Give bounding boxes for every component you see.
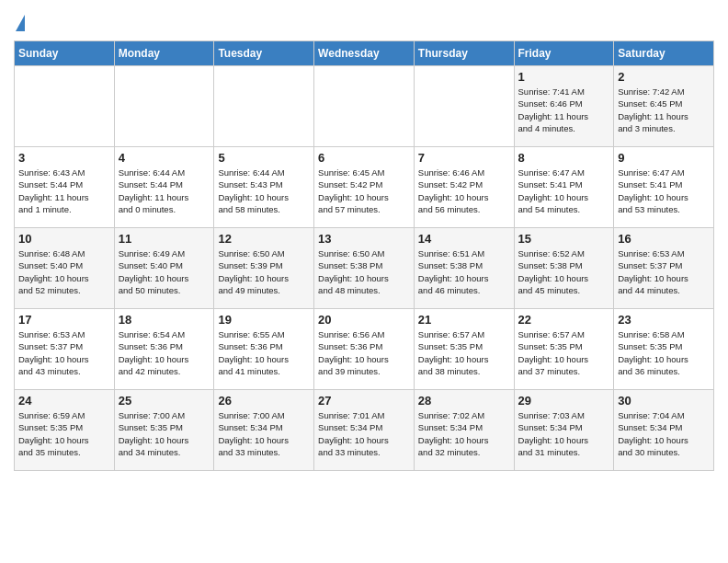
calendar-cell (15, 66, 115, 147)
calendar-cell: 6Sunrise: 6:45 AM Sunset: 5:42 PM Daylig… (314, 147, 415, 228)
day-number: 26 (218, 394, 310, 408)
calendar-cell: 19Sunrise: 6:55 AM Sunset: 5:36 PM Dayli… (214, 309, 314, 390)
calendar-cell: 2Sunrise: 7:42 AM Sunset: 6:45 PM Daylig… (614, 66, 714, 147)
day-number: 8 (518, 151, 610, 165)
week-row-1: 1Sunrise: 7:41 AM Sunset: 6:46 PM Daylig… (15, 66, 714, 147)
calendar-cell: 15Sunrise: 6:52 AM Sunset: 5:38 PM Dayli… (514, 228, 614, 309)
day-number: 23 (618, 313, 710, 327)
day-number: 15 (518, 232, 610, 246)
day-info: Sunrise: 7:41 AM Sunset: 6:46 PM Dayligh… (518, 86, 610, 134)
day-number: 14 (418, 232, 510, 246)
calendar-cell: 8Sunrise: 6:47 AM Sunset: 5:41 PM Daylig… (514, 147, 614, 228)
day-number: 6 (318, 151, 410, 165)
calendar-cell: 14Sunrise: 6:51 AM Sunset: 5:38 PM Dayli… (414, 228, 514, 309)
day-number: 11 (119, 232, 210, 246)
calendar-cell: 5Sunrise: 6:44 AM Sunset: 5:43 PM Daylig… (214, 147, 314, 228)
day-info: Sunrise: 6:53 AM Sunset: 5:37 PM Dayligh… (618, 247, 710, 296)
weekday-header-thursday: Thursday (414, 41, 514, 66)
day-number: 17 (18, 313, 110, 327)
day-number: 4 (119, 151, 210, 165)
calendar-cell: 3Sunrise: 6:43 AM Sunset: 5:44 PM Daylig… (15, 147, 115, 228)
day-info: Sunrise: 6:50 AM Sunset: 5:38 PM Dayligh… (318, 247, 410, 296)
calendar-cell: 10Sunrise: 6:48 AM Sunset: 5:40 PM Dayli… (15, 228, 115, 309)
calendar-cell: 18Sunrise: 6:54 AM Sunset: 5:36 PM Dayli… (114, 309, 214, 390)
calendar-cell: 25Sunrise: 7:00 AM Sunset: 5:35 PM Dayli… (114, 390, 214, 471)
day-info: Sunrise: 6:57 AM Sunset: 5:35 PM Dayligh… (418, 328, 510, 377)
day-number: 1 (518, 70, 610, 84)
calendar-cell: 13Sunrise: 6:50 AM Sunset: 5:38 PM Dayli… (314, 228, 415, 309)
calendar-cell: 26Sunrise: 7:00 AM Sunset: 5:34 PM Dayli… (214, 390, 314, 471)
logo-triangle-icon (16, 15, 25, 31)
day-info: Sunrise: 6:49 AM Sunset: 5:40 PM Dayligh… (119, 247, 210, 296)
day-info: Sunrise: 7:00 AM Sunset: 5:34 PM Dayligh… (218, 409, 310, 458)
day-info: Sunrise: 7:04 AM Sunset: 5:34 PM Dayligh… (618, 409, 710, 458)
calendar-cell (314, 66, 415, 147)
calendar-cell: 9Sunrise: 6:47 AM Sunset: 5:41 PM Daylig… (614, 147, 714, 228)
calendar-cell: 12Sunrise: 6:50 AM Sunset: 5:39 PM Dayli… (214, 228, 314, 309)
day-number: 28 (418, 394, 510, 408)
calendar-cell: 21Sunrise: 6:57 AM Sunset: 5:35 PM Dayli… (414, 309, 514, 390)
calendar-cell (414, 66, 514, 147)
calendar-cell: 24Sunrise: 6:59 AM Sunset: 5:35 PM Dayli… (15, 390, 115, 471)
calendar-table: SundayMondayTuesdayWednesdayThursdayFrid… (14, 40, 714, 471)
day-number: 7 (418, 151, 510, 165)
day-number: 2 (618, 70, 710, 84)
week-row-2: 3Sunrise: 6:43 AM Sunset: 5:44 PM Daylig… (15, 147, 714, 228)
calendar-cell: 7Sunrise: 6:46 AM Sunset: 5:42 PM Daylig… (414, 147, 514, 228)
day-info: Sunrise: 6:56 AM Sunset: 5:36 PM Dayligh… (318, 328, 410, 377)
day-info: Sunrise: 6:51 AM Sunset: 5:38 PM Dayligh… (418, 247, 510, 296)
day-number: 12 (218, 232, 310, 246)
day-info: Sunrise: 6:47 AM Sunset: 5:41 PM Dayligh… (518, 167, 610, 215)
day-number: 27 (318, 394, 410, 408)
calendar-cell: 17Sunrise: 6:53 AM Sunset: 5:37 PM Dayli… (15, 309, 115, 390)
week-row-5: 24Sunrise: 6:59 AM Sunset: 5:35 PM Dayli… (15, 390, 714, 471)
day-info: Sunrise: 6:57 AM Sunset: 5:35 PM Dayligh… (518, 328, 610, 377)
header (14, 9, 714, 33)
calendar-cell (214, 66, 314, 147)
day-info: Sunrise: 6:55 AM Sunset: 5:36 PM Dayligh… (218, 328, 310, 377)
weekday-header-friday: Friday (514, 41, 614, 66)
day-info: Sunrise: 6:44 AM Sunset: 5:43 PM Dayligh… (218, 167, 310, 215)
calendar-cell: 30Sunrise: 7:04 AM Sunset: 5:34 PM Dayli… (614, 390, 714, 471)
day-info: Sunrise: 7:42 AM Sunset: 6:45 PM Dayligh… (618, 86, 710, 134)
weekday-header-row: SundayMondayTuesdayWednesdayThursdayFrid… (15, 41, 714, 66)
calendar-cell: 4Sunrise: 6:44 AM Sunset: 5:44 PM Daylig… (114, 147, 214, 228)
day-number: 29 (518, 394, 610, 408)
calendar-cell: 11Sunrise: 6:49 AM Sunset: 5:40 PM Dayli… (114, 228, 214, 309)
weekday-header-tuesday: Tuesday (214, 41, 314, 66)
day-info: Sunrise: 6:58 AM Sunset: 5:35 PM Dayligh… (618, 328, 710, 377)
calendar-cell: 29Sunrise: 7:03 AM Sunset: 5:34 PM Dayli… (514, 390, 614, 471)
day-info: Sunrise: 7:02 AM Sunset: 5:34 PM Dayligh… (418, 409, 510, 458)
day-info: Sunrise: 6:45 AM Sunset: 5:42 PM Dayligh… (318, 167, 410, 215)
day-number: 10 (18, 232, 110, 246)
day-number: 9 (618, 151, 710, 165)
day-info: Sunrise: 6:46 AM Sunset: 5:42 PM Dayligh… (418, 167, 510, 215)
day-number: 5 (218, 151, 310, 165)
day-number: 24 (18, 394, 110, 408)
day-number: 3 (18, 151, 110, 165)
day-number: 21 (418, 313, 510, 327)
day-number: 16 (618, 232, 710, 246)
calendar-cell: 16Sunrise: 6:53 AM Sunset: 5:37 PM Dayli… (614, 228, 714, 309)
day-info: Sunrise: 6:50 AM Sunset: 5:39 PM Dayligh… (218, 247, 310, 296)
weekday-header-monday: Monday (114, 41, 214, 66)
week-row-3: 10Sunrise: 6:48 AM Sunset: 5:40 PM Dayli… (15, 228, 714, 309)
weekday-header-saturday: Saturday (614, 41, 714, 66)
calendar-cell: 22Sunrise: 6:57 AM Sunset: 5:35 PM Dayli… (514, 309, 614, 390)
day-info: Sunrise: 7:00 AM Sunset: 5:35 PM Dayligh… (119, 409, 210, 458)
calendar-cell: 28Sunrise: 7:02 AM Sunset: 5:34 PM Dayli… (414, 390, 514, 471)
day-info: Sunrise: 7:03 AM Sunset: 5:34 PM Dayligh… (518, 409, 610, 458)
day-info: Sunrise: 6:47 AM Sunset: 5:41 PM Dayligh… (618, 167, 710, 215)
day-number: 25 (119, 394, 210, 408)
day-info: Sunrise: 6:59 AM Sunset: 5:35 PM Dayligh… (18, 409, 110, 458)
day-number: 20 (318, 313, 410, 327)
day-number: 30 (618, 394, 710, 408)
calendar-cell: 27Sunrise: 7:01 AM Sunset: 5:34 PM Dayli… (314, 390, 415, 471)
day-info: Sunrise: 6:53 AM Sunset: 5:37 PM Dayligh… (18, 328, 110, 377)
day-info: Sunrise: 6:44 AM Sunset: 5:44 PM Dayligh… (119, 167, 210, 215)
day-number: 19 (218, 313, 310, 327)
day-info: Sunrise: 6:54 AM Sunset: 5:36 PM Dayligh… (119, 328, 210, 377)
day-number: 13 (318, 232, 410, 246)
weekday-header-wednesday: Wednesday (314, 41, 415, 66)
logo (14, 15, 25, 33)
